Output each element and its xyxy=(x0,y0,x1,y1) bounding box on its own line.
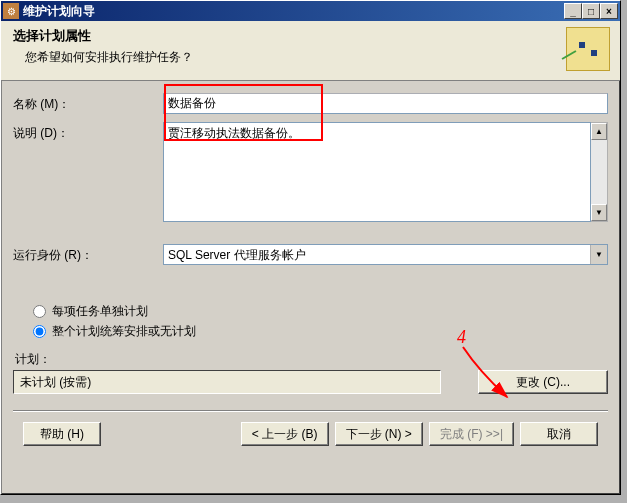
radio-per-task-input[interactable] xyxy=(33,305,46,318)
runas-dropdown[interactable]: SQL Server 代理服务帐户 ▼ xyxy=(163,244,608,265)
wizard-body: 名称 (M)： 说明 (D)： ▲ ▼ 运行身份 (R)： SQL Server… xyxy=(1,81,620,494)
client-area: 选择计划属性 您希望如何安排执行维护任务？ 名称 (M)： 说明 (D)： ▲ … xyxy=(1,21,620,494)
runas-value: SQL Server 代理服务帐户 xyxy=(164,245,590,264)
description-row: 说明 (D)： ▲ ▼ xyxy=(13,122,608,222)
radio-per-task[interactable]: 每项任务单独计划 xyxy=(33,301,608,321)
radio-per-task-label: 每项任务单独计划 xyxy=(52,303,148,320)
back-button[interactable]: < 上一步 (B) xyxy=(241,422,329,446)
description-label: 说明 (D)： xyxy=(13,122,163,142)
close-button[interactable]: × xyxy=(600,3,618,19)
runas-label: 运行身份 (R)： xyxy=(13,244,163,264)
wizard-footer: 帮助 (H) < 上一步 (B) 下一步 (N) > 完成 (F) >>| 取消 xyxy=(13,412,608,456)
maximize-button[interactable]: □ xyxy=(582,3,600,19)
runas-row: 运行身份 (R)： SQL Server 代理服务帐户 ▼ xyxy=(13,244,608,265)
radio-whole-plan[interactable]: 整个计划统筹安排或无计划 xyxy=(33,321,608,341)
wizard-window: ⚙ 维护计划向导 _ □ × 选择计划属性 您希望如何安排执行维护任务？ 名称 … xyxy=(0,0,621,495)
plan-section: 计划： 未计划 (按需) 更改 (C)... xyxy=(13,351,608,394)
finish-button: 完成 (F) >>| xyxy=(429,422,514,446)
chevron-down-icon[interactable]: ▼ xyxy=(590,245,607,264)
wizard-header-icon xyxy=(566,27,610,71)
plan-value-box: 未计划 (按需) xyxy=(13,370,441,394)
help-button[interactable]: 帮助 (H) xyxy=(23,422,101,446)
radio-whole-plan-label: 整个计划统筹安排或无计划 xyxy=(52,323,196,340)
app-icon: ⚙ xyxy=(3,3,19,19)
page-title: 选择计划属性 xyxy=(13,27,608,45)
window-controls: _ □ × xyxy=(564,3,618,19)
radio-whole-plan-input[interactable] xyxy=(33,325,46,338)
scroll-down-icon[interactable]: ▼ xyxy=(591,204,607,221)
cancel-button[interactable]: 取消 xyxy=(520,422,598,446)
description-textarea[interactable] xyxy=(163,122,591,222)
plan-left: 计划： 未计划 (按需) xyxy=(13,351,458,394)
scroll-up-icon[interactable]: ▲ xyxy=(591,123,607,140)
minimize-button[interactable]: _ xyxy=(564,3,582,19)
plan-label: 计划： xyxy=(15,351,458,368)
window-title: 维护计划向导 xyxy=(23,3,564,20)
name-label: 名称 (M)： xyxy=(13,93,163,113)
name-input[interactable] xyxy=(163,93,608,114)
wizard-header: 选择计划属性 您希望如何安排执行维护任务？ xyxy=(1,21,620,81)
description-scrollbar[interactable]: ▲ ▼ xyxy=(591,122,608,222)
name-row: 名称 (M)： xyxy=(13,93,608,114)
titlebar: ⚙ 维护计划向导 _ □ × xyxy=(1,1,620,21)
description-wrap: ▲ ▼ xyxy=(163,122,608,222)
next-button[interactable]: 下一步 (N) > xyxy=(335,422,423,446)
schedule-mode-group: 每项任务单独计划 整个计划统筹安排或无计划 xyxy=(33,301,608,341)
change-schedule-button[interactable]: 更改 (C)... xyxy=(478,370,608,394)
page-subtitle: 您希望如何安排执行维护任务？ xyxy=(25,49,608,66)
